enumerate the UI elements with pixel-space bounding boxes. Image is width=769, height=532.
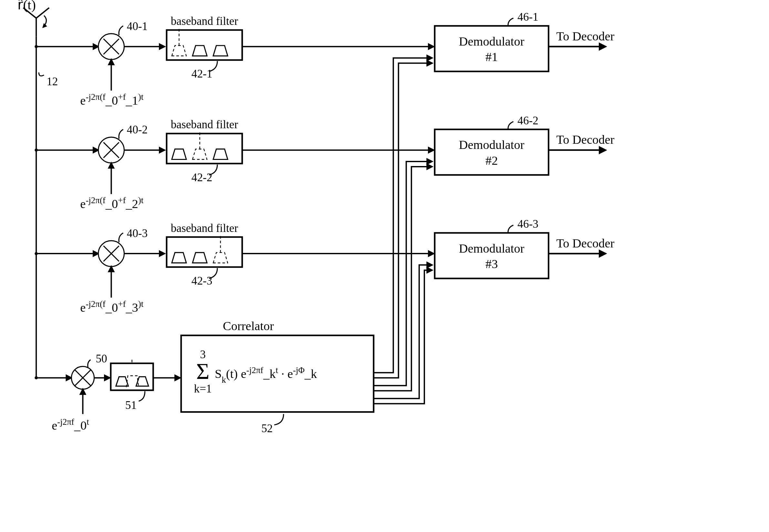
filter-ref: 42-3 xyxy=(192,275,213,287)
demod-number: #1 xyxy=(485,50,498,64)
filter-title: baseband filter xyxy=(171,15,238,27)
demod-number: #2 xyxy=(485,154,498,167)
demod-ref: 46-2 xyxy=(517,114,538,127)
branch-1: 40-1e-j2π(f_0+f_1)tbaseband filter42-146… xyxy=(35,11,614,107)
block-diagram: r̃(t) 12 40-1e-j2π(f_0+f_1)tbaseband fil… xyxy=(0,0,769,532)
filter-title: baseband filter xyxy=(171,118,238,131)
lo-expr: e-j2π(f_0+f_2)t xyxy=(80,195,143,211)
svg-rect-38 xyxy=(435,233,549,278)
mixer-ref: 40-1 xyxy=(127,20,148,33)
filter-51: 51 xyxy=(111,359,153,412)
correlator-ref-52: 52 xyxy=(261,422,273,435)
demod-title: Demodulator xyxy=(459,138,525,151)
demod-ref: 46-3 xyxy=(517,218,538,230)
output-label: To Decoder xyxy=(556,133,614,146)
mixer-50: 50 e-j2πf_0t xyxy=(52,352,107,432)
svg-rect-14 xyxy=(435,26,549,71)
lo-expr-50: e-j2πf_0t xyxy=(52,417,89,432)
mixer-ref: 40-2 xyxy=(127,123,148,136)
input-ref: 12 xyxy=(47,75,58,88)
filter-ref: 42-2 xyxy=(192,171,213,184)
branch-2: 40-2e-j2π(f_0+f_2)tbaseband filter42-246… xyxy=(35,114,614,211)
svg-rect-26 xyxy=(435,130,549,175)
output-label: To Decoder xyxy=(556,29,614,43)
filter-ref: 42-1 xyxy=(192,68,213,80)
mixer-ref-50: 50 xyxy=(96,352,107,365)
correlator-label: Correlator xyxy=(223,319,274,333)
demod-title: Demodulator xyxy=(459,242,525,255)
branch-3: 40-3e-j2π(f_0+f_3)tbaseband filter42-346… xyxy=(35,218,614,314)
output-label: To Decoder xyxy=(556,236,614,250)
filter-title: baseband filter xyxy=(171,222,238,235)
demod-number: #3 xyxy=(485,257,498,271)
demod-ref: 46-1 xyxy=(517,11,538,23)
svg-line-2 xyxy=(36,8,49,18)
sum-lower: k=1 xyxy=(194,382,212,395)
lo-expr: e-j2π(f_0+f_1)t xyxy=(80,92,143,107)
lo-expr: e-j2π(f_0+f_3)t xyxy=(80,299,143,314)
input-signal-label: r̃(t) xyxy=(17,0,36,13)
demod-title: Demodulator xyxy=(459,35,525,48)
svg-text:Σ: Σ xyxy=(196,359,210,384)
mixer-ref: 40-3 xyxy=(127,227,148,240)
sum-upper: 3 xyxy=(200,348,206,361)
filter-ref-51: 51 xyxy=(125,399,137,412)
input-antenna: r̃(t) 12 xyxy=(17,0,58,378)
